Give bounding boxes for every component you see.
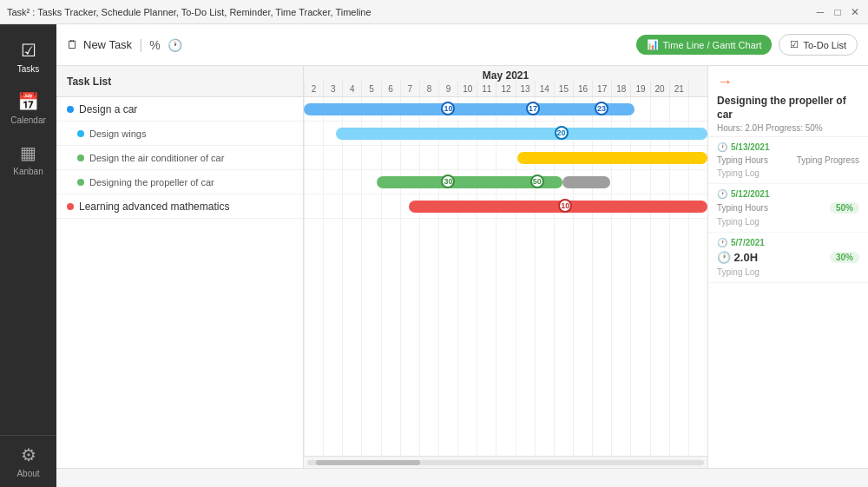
- new-task-label: New Task: [83, 38, 132, 51]
- task-dot: [77, 155, 84, 161]
- todo-icon: ☑: [790, 39, 799, 50]
- sidebar-item-calendar[interactable]: 📅 Calendar: [0, 82, 56, 134]
- gantt-row: [304, 146, 707, 170]
- sidebar: ☑ Tasks 📅 Calendar ▦ Kanban ⚙ About: [0, 24, 56, 487]
- gantt-row: 10: [304, 194, 707, 219]
- hours-label-2: Typing Hours: [717, 203, 768, 213]
- day-cell: 2: [304, 81, 323, 96]
- gantt-bar-t1[interactable]: [304, 103, 635, 115]
- task-sub-row[interactable]: Design the air conditioner of car: [56, 146, 303, 170]
- sidebar-calendar-label: Calendar: [10, 115, 46, 125]
- gantt-wrapper: Task List Design a car Design wings Desi…: [56, 66, 868, 468]
- milestone-50: 50: [530, 174, 544, 188]
- gantt-row: 20: [304, 122, 707, 146]
- day-cell: 16: [573, 81, 592, 96]
- sidebar-about-label: About: [16, 469, 39, 478]
- detail-header: → Designing the propeller of car Hours: …: [708, 66, 868, 137]
- todo-button[interactable]: ☑ To-Do List: [779, 34, 858, 56]
- sidebar-item-kanban[interactable]: ▦ Kanban: [0, 134, 56, 185]
- clock-button[interactable]: 🕐: [168, 38, 182, 52]
- detail-section-1: 🕐 5/13/2021 Typing Hours Typing Progress…: [708, 137, 868, 184]
- detail-log-1[interactable]: Typing Log: [717, 168, 859, 178]
- day-cell: 19: [630, 81, 649, 96]
- new-task-button[interactable]: 🗒 New Task: [67, 38, 132, 51]
- day-cell: 7: [400, 81, 419, 96]
- gantt-bar-t2[interactable]: [336, 128, 707, 140]
- gantt-rows: 10 17 23 20: [304, 97, 707, 456]
- milestone-17: 17: [526, 102, 540, 115]
- milestone-20: 20: [555, 126, 569, 140]
- main-container: ☑ Tasks 📅 Calendar ▦ Kanban ⚙ About 🗒 Ne…: [0, 24, 868, 487]
- detail-field-1: Typing Hours Typing Progress: [717, 155, 859, 165]
- day-cell: 3: [323, 81, 342, 96]
- detail-log-3[interactable]: Typing Log: [717, 267, 859, 277]
- gantt-bar-t3[interactable]: [517, 152, 707, 164]
- day-cell: 4: [342, 81, 361, 96]
- content-area: 🗒 New Task | % 🕐 📊 Time Line / Gantt Cha…: [56, 24, 868, 487]
- gear-icon: ⚙: [21, 444, 36, 465]
- detail-date-1: 🕐 5/13/2021: [717, 142, 859, 152]
- day-cell: 10: [457, 81, 477, 96]
- sidebar-tasks-label: Tasks: [17, 64, 40, 74]
- close-button[interactable]: ✕: [849, 6, 861, 18]
- gantt-chart-panel: May 2021 2 3 4 5 6 7 8 9 10 11 12 13: [304, 66, 707, 468]
- detail-arrow: →: [717, 73, 859, 91]
- scrollbar-thumb[interactable]: [316, 460, 420, 465]
- task-label: Design the air conditioner of car: [89, 153, 224, 163]
- new-task-icon: 🗒: [67, 38, 78, 51]
- horizontal-scrollbar[interactable]: [304, 456, 707, 468]
- detail-field-2: Typing Hours 50%: [717, 202, 859, 214]
- task-list-panel: Task List Design a car Design wings Desi…: [56, 66, 304, 468]
- task-label: Designing the propeller of car: [89, 177, 214, 188]
- task-dot: [67, 106, 74, 113]
- minimize-button[interactable]: ─: [814, 6, 826, 18]
- task-dot: [77, 179, 84, 186]
- task-list-header: Task List: [56, 66, 303, 97]
- detail-panel: → Designing the propeller of car Hours: …: [707, 66, 868, 468]
- task-sub-row[interactable]: Design wings: [56, 122, 303, 146]
- day-cell: 21: [669, 81, 688, 96]
- window-controls: ─ □ ✕: [814, 6, 861, 18]
- task-row[interactable]: Design a car: [56, 97, 303, 122]
- detail-log-2[interactable]: Typing Log: [717, 217, 859, 227]
- task-rows: Design a car Design wings Design the air…: [56, 97, 303, 468]
- task-sub-row[interactable]: Designing the propeller of car: [56, 170, 303, 194]
- detail-field-3: 🕐 2.0H 30%: [717, 251, 859, 264]
- clock-icon-1: 🕐: [717, 142, 727, 152]
- clock-icon-2: 🕐: [717, 189, 727, 199]
- title-bar: Task² : Tasks Tracker, Schedule Planner,…: [0, 0, 868, 24]
- gantt-body: 10 17 23 20: [304, 97, 707, 456]
- day-cell: 13: [516, 81, 535, 96]
- calendar-icon: 📅: [17, 91, 39, 112]
- day-cell: 9: [438, 81, 457, 96]
- progress-badge-3: 30%: [830, 252, 859, 263]
- hours-label-1: Typing Hours: [717, 155, 768, 165]
- scrollbar-track: [307, 460, 704, 465]
- restore-button[interactable]: □: [832, 6, 844, 18]
- task-label: Design wings: [89, 128, 146, 139]
- timeline-icon: 📊: [647, 39, 659, 50]
- hours-value-3: 🕐 2.0H: [717, 251, 758, 264]
- clock-icon-3: 🕐: [717, 238, 727, 247]
- sidebar-item-tasks[interactable]: ☑ Tasks: [0, 31, 56, 82]
- progress-badge-2: 50%: [830, 202, 859, 214]
- day-cell: 5: [361, 81, 380, 96]
- task-label: Learning advanced mathematics: [79, 201, 229, 213]
- day-cell: 12: [496, 81, 515, 96]
- gantt-bar-t4b[interactable]: [562, 176, 611, 188]
- toolbar-right: 📊 Time Line / Gantt Chart ☑ To-Do List: [636, 34, 858, 56]
- day-cell: [688, 81, 707, 96]
- detail-date-3: 🕐 5/7/2021: [717, 238, 859, 247]
- gantt-row: 10 17 23: [304, 97, 707, 122]
- sidebar-item-about[interactable]: ⚙ About: [0, 435, 56, 487]
- detail-meta: Hours: 2.0H Progress: 50%: [717, 123, 859, 133]
- task-label: Design a car: [79, 103, 137, 115]
- day-headers: 2 3 4 5 6 7 8 9 10 11 12 13 14 15: [304, 81, 707, 96]
- month-label: May 2021: [483, 69, 529, 82]
- percent-button[interactable]: %: [149, 38, 160, 52]
- task-dot: [67, 203, 74, 210]
- task-row[interactable]: Learning advanced mathematics: [56, 194, 303, 219]
- detail-section-3: 🕐 5/7/2021 🕐 2.0H 30% Typing Log: [708, 233, 868, 283]
- timeline-button[interactable]: 📊 Time Line / Gantt Chart: [636, 35, 773, 55]
- day-cell: 15: [554, 81, 573, 96]
